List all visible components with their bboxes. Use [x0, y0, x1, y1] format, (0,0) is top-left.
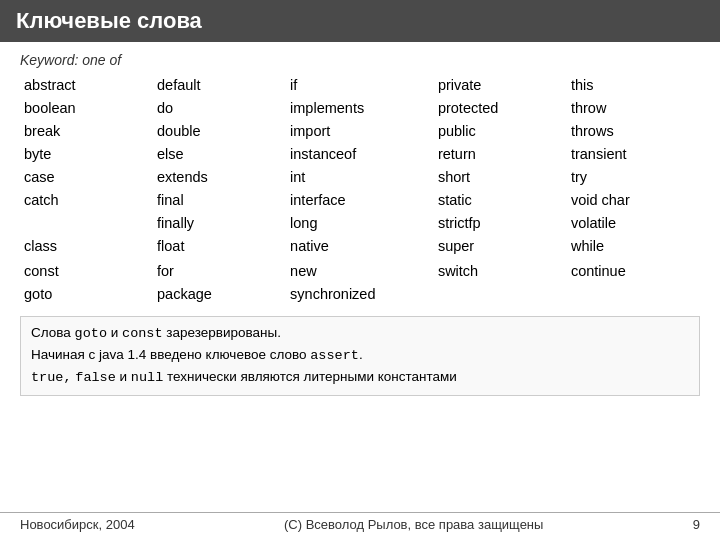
table-row: const for new switch continue [20, 260, 700, 283]
mono-null: null [131, 370, 163, 385]
table-row: byte else instanceof return transient [20, 143, 700, 166]
table-row: catch final interface static void char [20, 189, 700, 212]
notes-line3: true, false и null технически являются л… [31, 367, 689, 389]
notes-line1: Слова goto и const зарезервированы. [31, 323, 689, 345]
col2-cell: default [153, 74, 286, 97]
notes-section: Слова goto и const зарезервированы. Начи… [20, 316, 700, 396]
footer: Новосибирск, 2004 (C) Всеволод Рылов, вс… [0, 512, 720, 532]
mono-assert: assert [310, 348, 359, 363]
slide-content: Keyword: one of abstract default if priv… [0, 48, 720, 400]
keywords-table: abstract default if private this boolean… [20, 74, 700, 306]
notes-line2: Начиная с java 1.4 введено ключевое слов… [31, 345, 689, 367]
mono-goto: goto [75, 326, 107, 341]
col4-cell: private [434, 74, 567, 97]
table-row: break double import public throws [20, 120, 700, 143]
mono-false: false [75, 370, 116, 385]
table-row: class float native super while [20, 235, 700, 258]
col3-cell: if [286, 74, 434, 97]
col1-cell: abstract [20, 74, 153, 97]
mono-true: true, [31, 370, 72, 385]
table-row: abstract default if private this [20, 74, 700, 97]
col5-cell: this [567, 74, 700, 97]
mono-const: const [122, 326, 163, 341]
table-row: goto package synchronized [20, 283, 700, 306]
slide-title: Ключевые слова [0, 0, 720, 42]
title-text: Ключевые слова [16, 8, 202, 33]
table-row: case extends int short try [20, 166, 700, 189]
table-row: boolean do implements protected throw [20, 97, 700, 120]
footer-center: (C) Всеволод Рылов, все права защищены [284, 517, 543, 532]
table-row: finally long strictfp volatile [20, 212, 700, 235]
footer-left: Новосибирск, 2004 [20, 517, 135, 532]
footer-right: 9 [693, 517, 700, 532]
subtitle: Keyword: one of [20, 52, 700, 68]
slide: Ключевые слова Keyword: one of abstract … [0, 0, 720, 540]
